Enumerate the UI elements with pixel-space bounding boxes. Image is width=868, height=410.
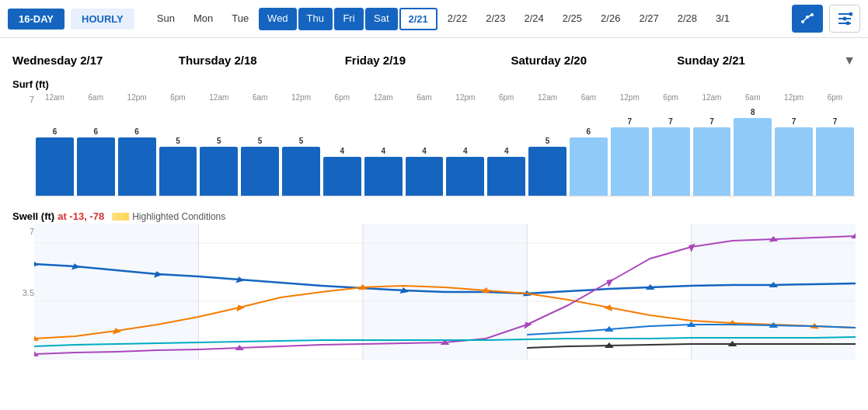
surf-bar-rect-18 <box>775 127 813 196</box>
surf-bar-9: 4 <box>404 147 445 196</box>
surf-bar-rect-12 <box>528 147 566 196</box>
day-nav-item-227[interactable]: 2/27 <box>630 8 667 30</box>
surf-bar-7: 4 <box>322 147 363 196</box>
time-label-11: 6pm <box>486 93 527 102</box>
surf-bar-10: 4 <box>444 147 486 196</box>
surf-bar-rect-4 <box>200 147 238 196</box>
day-nav-item-226[interactable]: 2/26 <box>592 8 629 30</box>
time-label-0: 12am <box>34 93 75 102</box>
hourly-button[interactable]: HOURLY <box>71 9 134 30</box>
surf-bar-rect-11 <box>487 157 525 196</box>
surf-bar-rect-17 <box>734 118 772 196</box>
day-title-thu: Thursday 2/18 <box>179 54 345 68</box>
time-label-19: 6pm <box>814 93 856 102</box>
surf-bar-value-17: 8 <box>751 108 755 116</box>
surf-bar-13: 6 <box>568 127 609 196</box>
surf-bar-value-14: 7 <box>627 117 632 126</box>
day-nav-item-223[interactable]: 2/23 <box>477 8 514 30</box>
day-nav-item-fri[interactable]: Fri <box>334 8 364 30</box>
time-label-1: 6am <box>75 93 117 102</box>
surf-chart-area: 7 12am6am12pm6pm12am6am12pm6pm12am6am12p… <box>12 92 856 196</box>
day-nav-item-sat[interactable]: Sat <box>365 8 398 30</box>
time-label-4: 12am <box>198 93 239 102</box>
surf-bar-rect-16 <box>693 127 731 196</box>
time-axis-surf: 12am6am12pm6pm12am6am12pm6pm12am6am12pm6… <box>34 93 856 102</box>
day-nav-item-224[interactable]: 2/24 <box>515 8 552 30</box>
day-title-wed: Wednesday 2/17 <box>12 54 179 68</box>
day-nav-item-tue[interactable]: Tue <box>223 8 257 30</box>
time-label-15: 6pm <box>650 93 692 102</box>
surf-bar-8: 4 <box>363 147 404 196</box>
16day-button[interactable]: 16-DAY <box>8 9 64 30</box>
surf-bar-0: 6 <box>34 127 75 196</box>
time-label-17: 6am <box>732 93 773 102</box>
day-title-fri: Friday 2/19 <box>345 54 511 68</box>
graph-icon <box>800 11 815 26</box>
surf-bar-value-0: 6 <box>53 127 58 136</box>
surf-bar-rect-14 <box>611 127 649 196</box>
graph-icon-button[interactable] <box>792 5 823 33</box>
surf-section-header: Surf (ft) <box>12 78 856 90</box>
svg-rect-15 <box>692 224 856 360</box>
day-nav-item-222[interactable]: 2/22 <box>439 8 476 30</box>
surf-bar-value-7: 4 <box>340 147 345 155</box>
day-nav-item-228[interactable]: 2/28 <box>669 8 706 30</box>
swell-label: Swell (ft) <box>12 210 54 222</box>
surf-bar-15: 7 <box>650 117 692 196</box>
surf-bar-value-2: 6 <box>134 127 139 136</box>
surf-bar-value-19: 7 <box>833 117 838 126</box>
surf-bar-3: 5 <box>158 137 199 196</box>
day-nav-item-mon[interactable]: Mon <box>185 8 221 30</box>
day-navigation: SunMonTueWedThuFriSat2/212/222/232/242/2… <box>148 8 738 30</box>
day-nav-item-225[interactable]: 2/25 <box>554 8 591 30</box>
menu-icon <box>837 12 852 25</box>
surf-bar-value-10: 4 <box>463 147 468 155</box>
surf-bar-rect-3 <box>159 147 197 196</box>
time-label-8: 12am <box>363 93 404 102</box>
swell-y-label-35: 3.5 <box>12 288 34 297</box>
day-nav-item-31[interactable]: 3/1 <box>707 8 738 30</box>
time-label-10: 12pm <box>444 93 486 102</box>
highlighted-legend: Highlighted Conditions <box>112 211 225 222</box>
collapse-button[interactable]: ▼ <box>843 54 856 68</box>
svg-point-8 <box>849 12 853 16</box>
main-content: Wednesday 2/17 Thursday 2/18 Friday 2/19… <box>0 38 868 360</box>
surf-bar-value-8: 4 <box>381 147 385 155</box>
surf-bar-value-18: 7 <box>792 117 797 126</box>
surf-bar-value-13: 6 <box>587 127 591 136</box>
surf-bar-19: 7 <box>814 117 856 196</box>
time-label-16: 12am <box>692 93 733 102</box>
surf-bar-6: 5 <box>281 137 322 196</box>
surf-bar-rect-0 <box>36 137 74 196</box>
swell-chart-area: 7 3.5 <box>12 224 856 360</box>
surf-bar-rect-1 <box>77 137 115 196</box>
surf-label: Surf (ft) <box>12 78 49 90</box>
surf-bar-1: 6 <box>75 127 117 196</box>
day-nav-item-sun[interactable]: Sun <box>148 8 183 30</box>
time-label-2: 12pm <box>117 93 158 102</box>
time-label-9: 6am <box>404 93 445 102</box>
surf-bar-value-4: 5 <box>217 137 221 145</box>
time-label-13: 6am <box>568 93 609 102</box>
svg-rect-12 <box>198 224 362 360</box>
time-label-7: 6pm <box>322 93 363 102</box>
day-nav-item-221[interactable]: 2/21 <box>399 8 437 30</box>
time-label-5: 6am <box>239 93 281 102</box>
surf-bar-value-6: 5 <box>299 137 304 145</box>
surf-bar-rect-5 <box>241 147 279 196</box>
menu-icon-button[interactable] <box>829 5 860 33</box>
surf-bar-rect-10 <box>446 157 484 196</box>
surf-bar-14: 7 <box>609 117 650 196</box>
swell-section-header: Swell (ft) at -13, -78 Highlighted Condi… <box>12 210 856 222</box>
surf-bar-rect-8 <box>364 157 403 196</box>
surf-bar-5: 5 <box>239 137 281 196</box>
surf-bar-18: 7 <box>773 117 814 196</box>
day-nav-item-wed[interactable]: Wed <box>259 8 297 30</box>
surf-bars: 66655554444456777877 <box>34 103 856 196</box>
day-nav-item-thu[interactable]: Thu <box>298 8 333 30</box>
day-title-sun: Sunday 2/21 <box>677 54 843 68</box>
time-label-12: 12am <box>527 93 568 102</box>
surf-bar-value-12: 5 <box>546 137 550 145</box>
surf-bar-value-9: 4 <box>422 147 427 155</box>
legend-color-box <box>112 213 129 221</box>
